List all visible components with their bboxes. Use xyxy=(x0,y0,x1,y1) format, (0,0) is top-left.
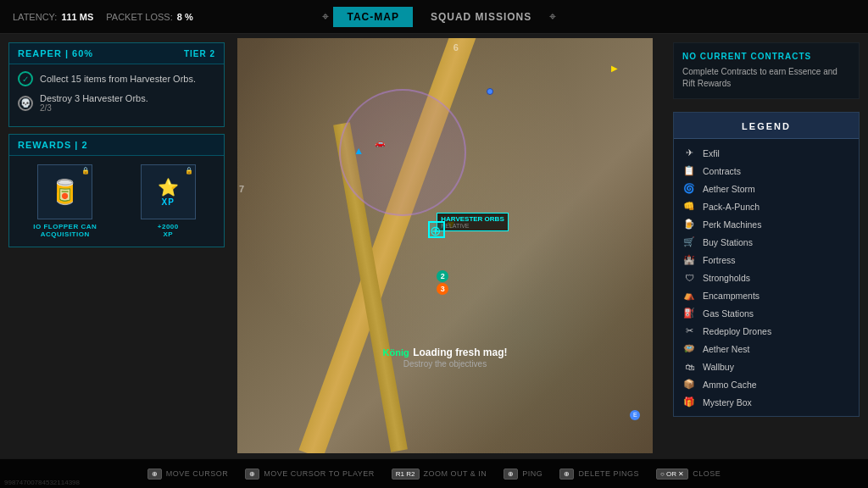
no-contracts-text: Complete Contracts to earn Essence and R… xyxy=(682,66,850,90)
legend-item-pack-a-punch: 👊 Pack-A-Punch xyxy=(682,197,850,215)
rewards-grid: 🥫 🔒 IO FLOPPER CANACQUISITION ⭐ XP 🔒 +20… xyxy=(9,156,224,247)
objective-1: ✓ Collect 15 items from Harvester Orbs. xyxy=(18,71,215,86)
action-delete-pings: ⊕ DELETE PINGS xyxy=(559,469,639,480)
aether-storm-label: Aether Storm xyxy=(703,184,755,194)
map-edge-marker: E xyxy=(630,410,640,420)
action-close[interactable]: ○ OR ✕ CLOSE xyxy=(656,469,721,480)
legend-item-strongholds: 🛡 Strongholds xyxy=(682,269,850,286)
encampments-icon: ⛺ xyxy=(682,289,696,302)
legend-item-aether-nest: 🪺 Aether Nest xyxy=(682,340,850,358)
legend-item-fortress: 🏰 Fortress xyxy=(682,251,850,269)
map-num-3: 3 xyxy=(437,283,448,295)
mission-objectives: ✓ Collect 15 items from Harvester Orbs. … xyxy=(9,64,224,126)
legend-item-perk-machines: 🍺 Perk Machines xyxy=(682,215,850,233)
top-hud: LATENCY: 111 MS PACKET LOSS: 8 % ⌖ TAC-M… xyxy=(0,0,868,34)
tab-icon-right: ⌖ xyxy=(549,9,556,24)
gas-stations-label: Gas Stations xyxy=(703,308,754,319)
strongholds-label: Strongholds xyxy=(703,273,750,283)
contracts-icon: 📋 xyxy=(682,164,696,178)
close-label: CLOSE xyxy=(693,469,721,478)
reward-box-2: ⭐ XP 🔒 xyxy=(141,164,196,219)
tac-map[interactable]: 6 7 ▲ 🚗 ▼ HARVESTER ORBS RELATIVE ⊕ 2 3 … xyxy=(237,38,653,453)
hud-stats: LATENCY: 111 MS PACKET LOSS: 8 % xyxy=(13,12,193,22)
aether-storm-icon: 🌀 xyxy=(682,182,696,196)
pack-a-punch-label: Pack-A-Punch xyxy=(703,202,760,212)
map-marker-arrow: ▲ xyxy=(353,142,364,158)
rewards-title: REWARDS | 2 xyxy=(18,140,88,150)
map-marker-vehicles: 🚗 xyxy=(375,134,385,149)
legend-item-ammo-cache: 📦 Ammo Cache xyxy=(682,375,850,393)
delete-pings-key: ⊕ xyxy=(559,469,574,480)
footer-id: 99874700784532114398 xyxy=(0,477,84,488)
mission-card: REAPER | 60% TIER 2 ✓ Collect 15 items f… xyxy=(8,42,225,127)
grid-label-7: 7 xyxy=(239,184,244,194)
obj-skull-icon: 💀 xyxy=(18,96,33,111)
reward-item-2: ⭐ XP 🔒 +2000XP xyxy=(121,164,216,238)
obj-2-text: Destroy 3 Harvester Orbs. xyxy=(40,93,148,103)
mission-title: REAPER | 60% xyxy=(18,48,93,58)
reward-xp-icon: ⭐ XP xyxy=(158,177,179,207)
obj-check-icon: ✓ xyxy=(18,71,33,86)
legend-item-exfil: ✈ Exfil xyxy=(682,144,850,162)
map-marker-1 xyxy=(487,88,493,95)
obj-2-progress: 2/3 xyxy=(40,103,148,113)
action-move-cursor: ⊕ MOVE CURSOR xyxy=(147,469,229,480)
mission-header: REAPER | 60% TIER 2 xyxy=(9,43,224,64)
bottom-bar: ⊕ MOVE CURSOR ⊕ MOVE CURSOR TO PLAYER R1… xyxy=(0,458,868,488)
action-move-cursor-player: ⊕ MOVE CURSOR TO PLAYER xyxy=(245,469,375,480)
gas-stations-icon: ⛽ xyxy=(682,307,696,320)
perk-machines-icon: 🍺 xyxy=(682,218,696,231)
encampments-label: Encampments xyxy=(703,291,760,301)
legend-card: LEGEND ✈ Exfil 📋 Contracts 🌀 Aether Stor… xyxy=(673,112,860,417)
player-marker: ⊕ xyxy=(428,221,445,238)
packet-loss-label: PACKET LOSS: xyxy=(106,12,172,22)
legend-item-encampments: ⛺ Encampments xyxy=(682,286,850,304)
ping-label: PING xyxy=(522,469,542,478)
exfil-icon: ✈ xyxy=(682,147,696,160)
lock-icon-1: 🔒 xyxy=(81,167,90,175)
fortress-icon: 🏰 xyxy=(682,253,696,267)
aether-nest-icon: 🪺 xyxy=(682,342,696,356)
close-key: ○ OR ✕ xyxy=(656,469,688,480)
right-panel: NO CURRENT CONTRACTS Complete Contracts … xyxy=(673,42,860,417)
buy-stations-label: Buy Stations xyxy=(703,237,753,247)
ping-key: ⊕ xyxy=(504,469,518,480)
redeploy-drones-label: Redeploy Drones xyxy=(703,326,771,336)
reward-item-1: 🥫 🔒 IO FLOPPER CANACQUISITION xyxy=(18,164,113,238)
legend-item-wallbuy: 🛍 Wallbuy xyxy=(682,358,850,375)
legend-header: LEGEND xyxy=(674,113,859,139)
lock-icon-2: 🔒 xyxy=(185,167,193,175)
harvester-label: HARVESTER ORBS RELATIVE xyxy=(437,213,509,231)
zoom-label: ZOOM OUT & IN xyxy=(424,469,487,478)
legend-item-buy-stations: 🛒 Buy Stations xyxy=(682,233,850,251)
buy-stations-icon: 🛒 xyxy=(682,236,696,249)
action-ping: ⊕ PING xyxy=(504,469,542,480)
tab-icon-left: ⌖ xyxy=(322,9,329,24)
latency-label: LATENCY: xyxy=(13,12,57,22)
obj-1-text: Collect 15 items from Harvester Orbs. xyxy=(40,74,196,84)
reward-box-1: 🥫 🔒 xyxy=(37,164,92,219)
objective-2: 💀 Destroy 3 Harvester Orbs. 2/3 xyxy=(18,93,215,113)
exfil-label: Exfil xyxy=(703,148,720,158)
latency-value: 111 MS xyxy=(61,12,93,22)
wallbuy-label: Wallbuy xyxy=(703,362,734,372)
legend-item-redeploy-drones: ✂ Redeploy Drones xyxy=(682,322,850,340)
mystery-box-label: Mystery Box xyxy=(703,397,752,408)
move-cursor-key: ⊕ xyxy=(147,469,162,480)
tab-tac-map[interactable]: TAC-MAP xyxy=(333,7,412,27)
legend-item-gas-stations: ⛽ Gas Stations xyxy=(682,304,850,322)
grid-label-6: 6 xyxy=(453,42,459,53)
fortress-label: Fortress xyxy=(703,255,736,265)
perk-machines-label: Perk Machines xyxy=(703,219,761,230)
tier-badge: TIER 2 xyxy=(184,49,215,58)
reward-label-1: IO FLOPPER CANACQUISITION xyxy=(33,223,97,238)
zoom-key: R1 R2 xyxy=(392,469,420,480)
wallbuy-icon: 🛍 xyxy=(682,360,696,374)
no-contracts-title: NO CURRENT CONTRACTS xyxy=(682,52,850,61)
obj-2-content: Destroy 3 Harvester Orbs. 2/3 xyxy=(40,93,148,113)
tab-squad-missions[interactable]: SQUAD MISSIONS xyxy=(417,7,545,27)
move-cursor-label: MOVE CURSOR xyxy=(166,469,229,478)
legend-item-contracts: 📋 Contracts xyxy=(682,162,850,180)
legend-item-aether-storm: 🌀 Aether Storm xyxy=(682,180,850,197)
move-cursor-player-label: MOVE CURSOR TO PLAYER xyxy=(264,469,375,478)
